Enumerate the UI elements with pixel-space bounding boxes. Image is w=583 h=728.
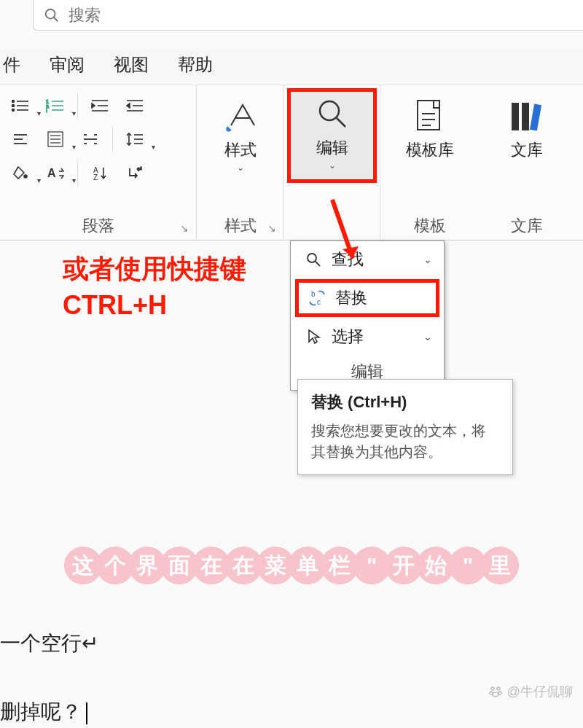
align-left-button[interactable]: [4, 125, 36, 154]
align-justify-button[interactable]: ▾: [39, 125, 71, 154]
edit-dropdown-menu: 查找 ⌄ bc 替换 选择 ⌄ 编辑: [290, 240, 445, 391]
group-styles: 样式 ⌄ 样式 ↘: [197, 85, 284, 240]
group-label-paragraph: 段落: [0, 215, 196, 237]
replace-tooltip: 替换 (Ctrl+H) 搜索您想要更改的文本，将其替换为其他内容。: [297, 379, 513, 475]
chevron-down-icon: ⌄: [423, 331, 432, 343]
svg-line-55: [316, 262, 320, 266]
tooltip-title: 替换 (Ctrl+H): [311, 391, 499, 413]
document-line-2: 删掉呢？: [0, 698, 87, 726]
svg-point-4: [12, 105, 15, 107]
increase-indent-button[interactable]: [119, 91, 151, 120]
svg-text:↵: ↵: [137, 165, 143, 173]
svg-point-60: [491, 687, 494, 690]
show-marks-button[interactable]: ↵: [119, 158, 151, 187]
tooltip-body: 搜索您想要更改的文本，将其替换为其他内容。: [311, 420, 499, 463]
pink-caption: 这个界面在在菜单栏"开始"里: [13, 542, 570, 589]
ribbon: ▾ 1ai▾: [0, 85, 583, 240]
menu-item-find[interactable]: 查找 ⌄: [291, 241, 444, 278]
group-label-library: 文库: [480, 215, 574, 237]
svg-point-64: [493, 692, 498, 697]
library-icon: [506, 95, 547, 136]
styles-launcher-icon[interactable]: ↘: [267, 222, 279, 234]
svg-marker-15: [92, 103, 95, 108]
text-cursor: [86, 702, 87, 724]
svg-text:i: i: [46, 108, 47, 113]
bullet-list-button[interactable]: ▾: [4, 91, 36, 120]
svg-point-45: [320, 101, 339, 120]
menu-item-replace[interactable]: bc 替换: [295, 279, 439, 317]
annotation-text: 或者使用快捷键 CTRL+H: [63, 251, 246, 324]
svg-point-38: [24, 175, 27, 178]
svg-point-0: [46, 9, 55, 18]
svg-text:c: c: [317, 298, 321, 306]
caption-char: 里: [481, 547, 519, 584]
tab-review[interactable]: 审阅: [50, 53, 85, 77]
search-bar[interactable]: [33, 0, 583, 31]
svg-point-61: [497, 687, 500, 690]
library-button[interactable]: 文库: [484, 91, 570, 186]
paragraph-launcher-icon[interactable]: ↘: [180, 222, 192, 234]
tab-file-partial[interactable]: 件: [3, 53, 20, 77]
svg-text:A: A: [47, 167, 56, 179]
distribute-button[interactable]: [74, 125, 106, 154]
group-template: 模板库 模板: [380, 85, 480, 240]
svg-line-1: [54, 17, 58, 21]
styles-button[interactable]: 样式 ⌄: [201, 91, 279, 186]
cursor-icon: [302, 329, 324, 345]
svg-text:b: b: [311, 290, 316, 298]
group-edit: 编辑 ⌄: [284, 85, 380, 240]
search-input[interactable]: [69, 6, 573, 25]
replace-icon: bc: [306, 290, 328, 306]
svg-point-2: [12, 101, 15, 103]
menu-item-select[interactable]: 选择 ⌄: [291, 318, 444, 355]
svg-rect-51: [512, 103, 519, 130]
template-icon: [410, 95, 450, 136]
watermark: @牛仔侃聊: [488, 683, 573, 700]
sort-button[interactable]: AZ: [84, 158, 116, 187]
svg-rect-52: [522, 103, 529, 130]
shading-button[interactable]: ▾: [4, 158, 36, 187]
group-paragraph: ▾ 1ai▾: [0, 85, 197, 240]
svg-marker-19: [127, 103, 130, 108]
edit-button[interactable]: 编辑 ⌄: [287, 88, 377, 183]
styles-icon: [220, 95, 261, 136]
decrease-indent-button[interactable]: [84, 91, 116, 120]
chevron-down-icon: ⌄: [237, 163, 244, 173]
line-spacing-button[interactable]: ▾: [119, 125, 151, 154]
document-line-1: 一个空行↵: [0, 630, 98, 657]
find-icon: [302, 251, 324, 267]
chevron-down-icon: ⌄: [423, 254, 432, 265]
svg-rect-53: [530, 103, 541, 130]
svg-line-46: [337, 118, 345, 127]
group-library: 文库 文库: [480, 85, 574, 240]
svg-point-6: [12, 109, 15, 111]
font-expand-button[interactable]: A▾: [39, 158, 71, 187]
svg-text:Z: Z: [93, 173, 98, 180]
svg-point-54: [308, 254, 316, 262]
group-label-template: 模板: [380, 215, 480, 237]
search-icon: [44, 7, 60, 23]
template-library-button[interactable]: 模板库: [385, 91, 475, 186]
tab-view[interactable]: 视图: [114, 53, 149, 77]
magnify-icon: [312, 93, 353, 134]
chevron-down-icon: ⌄: [329, 160, 336, 171]
tab-help[interactable]: 帮助: [178, 53, 213, 77]
paw-icon: [488, 684, 503, 699]
menu-tabs: 件 审阅 视图 帮助: [0, 48, 583, 82]
number-list-button[interactable]: 1ai▾: [39, 91, 71, 120]
